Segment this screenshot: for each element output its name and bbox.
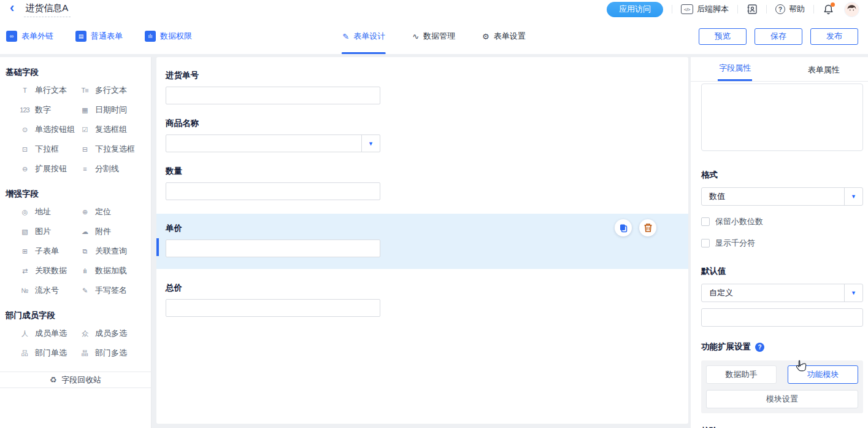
default-value-title: 默认值 [701,266,863,277]
toolbar-actions: 预览 保存 发布 [699,28,868,45]
toolbar: ∞ 表单外链 ▤ 普通表单 ılı 数据权限 ✎ 表单设计 ∿ 数据管理 ⚙ [0,18,868,54]
field-recycle-bin-button[interactable]: ♻ 字段回收站 [0,372,151,388]
field-type-item[interactable]: 众成员多选 [79,324,151,343]
tab-form-properties[interactable]: 表单属性 [780,57,868,81]
app-access-button[interactable]: 应用访问 [607,2,663,17]
field-type-item[interactable]: ⊕定位 [79,202,151,222]
tab-field-properties[interactable]: 字段属性 [691,57,780,81]
department-multi-icon: 晶 [79,349,90,358]
thousand-separator-checkbox-row[interactable]: 显示千分符 [701,238,863,249]
field-type-item[interactable]: ▦日期时间 [79,100,151,120]
field-type-item[interactable]: ✎手写签名 [79,281,151,300]
default-value-select[interactable]: 自定义 ▼ [701,284,863,302]
data-load-icon: ılı [79,267,90,274]
field-type-item[interactable]: ⊟下拉复选框 [79,139,151,159]
notification-dot [831,2,835,7]
field-type-label: 流水号 [35,285,59,296]
department-single-icon: 品 [19,349,30,358]
field-type-item[interactable]: ▧图片 [19,222,79,241]
field-type-item[interactable]: T单行文本 [19,80,79,100]
number-icon: 123 [19,106,30,114]
field-type-item[interactable]: ⊡下拉框 [19,139,79,159]
field-type-item[interactable]: ⊙单选按钮组 [19,120,79,139]
delete-field-button[interactable] [639,219,656,236]
help-circle-icon[interactable]: ? [755,343,764,352]
form-settings-icon: ⚙ [482,32,490,41]
field-type-item[interactable]: 123数字 [19,100,79,120]
total-price-input[interactable] [166,299,380,317]
panel-body: 格式 数值 ▼ 保留小数位数 显示千分符 默认值 自定义 ▼ 功能扩展设置 ? [691,82,868,428]
quantity-input[interactable] [166,182,380,200]
header-right: 应用访问 </> 后端脚本 ? 帮助 [607,2,868,17]
field-type-item[interactable]: 人成员单选 [19,324,79,343]
section-title-enhanced-fields: 增强字段 [6,189,151,200]
tab-form-design-label: 表单设计 [353,31,385,42]
bar-chart-icon: ılı [145,31,156,42]
field-type-label: 多行文本 [95,85,127,96]
tab-form-settings[interactable]: ⚙ 表单设置 [482,18,526,54]
product-name-select[interactable]: ▼ [166,134,380,152]
field-type-item[interactable]: ılı数据加载 [79,261,151,281]
help-button[interactable]: ? 帮助 [775,4,805,15]
top-header: ‹ 进货信息A 应用访问 </> 后端脚本 ? [0,0,868,18]
contacts-button[interactable] [747,4,758,15]
data-management-icon: ∿ [412,32,419,41]
document-icon: ▤ [75,31,86,42]
canvas-field-unit-price-selected[interactable]: 单价 [156,214,688,269]
form-title[interactable]: 进货信息A [24,1,71,17]
canvas-field-purchase-no[interactable]: 进货单号 [156,70,688,104]
publish-button[interactable]: 发布 [810,28,858,45]
canvas-field-product-name[interactable]: 商品名称 ▼ [156,118,688,152]
function-module-button[interactable]: 功能模块 [788,365,858,384]
canvas-field-quantity[interactable]: 数量 [156,166,688,200]
field-description-textarea[interactable] [701,84,863,151]
backend-script-label: 后端脚本 [697,4,729,15]
checkbox-group-icon: ☑ [79,126,90,134]
decimal-checkbox-row[interactable]: 保留小数位数 [701,216,863,227]
backend-script-button[interactable]: </> 后端脚本 [681,4,729,15]
checkbox[interactable] [701,239,710,247]
field-type-item[interactable]: ⧉关联查询 [79,241,151,261]
tab-form-design[interactable]: ✎ 表单设计 [342,18,385,54]
canvas-field-total-price[interactable]: 总价 [156,282,688,317]
form-external-link-button[interactable]: ∞ 表单外链 [6,31,53,42]
contacts-icon [747,4,758,15]
copy-field-button[interactable] [615,219,632,236]
extension-button-group: 数据助手 功能模块 模块设置 [701,360,863,413]
field-type-item[interactable]: T≡多行文本 [79,80,151,100]
avatar[interactable] [844,2,859,17]
field-type-item[interactable]: ☑复选框组 [79,120,151,139]
multi-dropdown-icon: ⊟ [79,146,90,154]
preview-button[interactable]: 预览 [699,28,747,45]
field-label: 单价 [166,223,679,234]
save-button[interactable]: 保存 [755,28,802,45]
normal-form-button[interactable]: ▤ 普通表单 [75,31,123,42]
default-value-input[interactable] [701,308,863,327]
multi-line-text-icon: T≡ [79,87,90,94]
data-assistant-button[interactable]: 数据助手 [706,365,777,384]
purchase-no-input[interactable] [166,87,380,104]
back-icon[interactable]: ‹ [10,1,14,15]
field-type-item[interactable]: ≡分割线 [79,159,151,179]
field-type-item[interactable]: ⊞子表单 [19,241,79,261]
field-type-item[interactable]: ☁附件 [79,222,151,241]
field-type-item[interactable]: ⇄关联数据 [19,261,79,281]
toolbar-shortcuts: ∞ 表单外链 ▤ 普通表单 ılı 数据权限 [0,31,192,42]
field-type-item[interactable]: ◎地址 [19,202,79,222]
field-type-label: 成员单选 [35,328,67,339]
thousand-separator-label: 显示千分符 [715,238,755,249]
field-type-item[interactable]: 晶部门多选 [79,343,151,363]
unit-price-input[interactable] [166,239,380,257]
field-type-label: 日期时间 [95,104,127,115]
field-type-item[interactable]: 品部门单选 [19,343,79,363]
field-type-item[interactable]: ⊖扩展按钮 [19,159,79,179]
tab-data-management[interactable]: ∿ 数据管理 [412,18,455,54]
field-type-sidebar: 基础字段 T单行文本 T≡多行文本 123数字 ▦日期时间 ⊙单选按钮组 ☑复选… [0,57,152,428]
format-select[interactable]: 数值 ▼ [701,187,863,206]
data-permission-button[interactable]: ılı 数据权限 [145,31,192,42]
field-type-item[interactable]: №流水号 [19,281,79,300]
module-settings-button[interactable]: 模块设置 [706,390,858,408]
notifications-button[interactable] [823,4,834,15]
extension-row: 数据助手 功能模块 [706,365,858,384]
checkbox[interactable] [701,217,710,226]
